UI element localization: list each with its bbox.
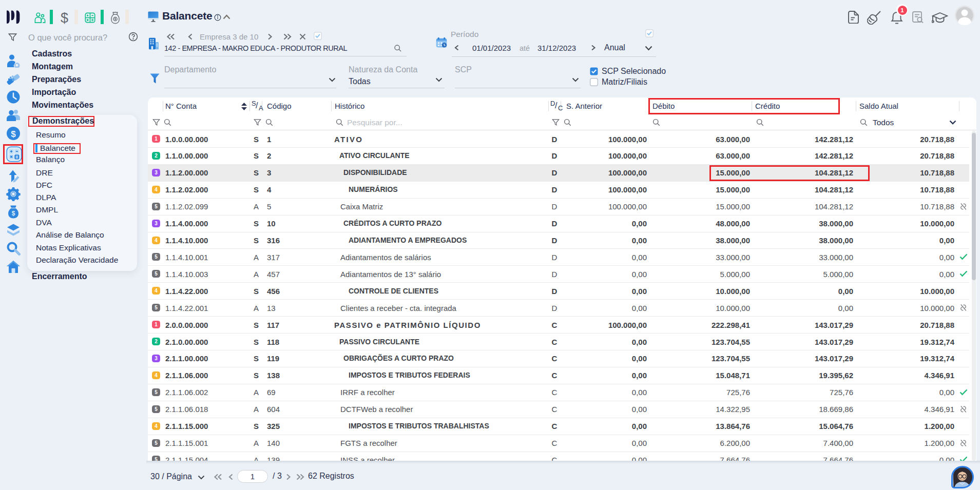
svg-text:$: $ <box>12 210 15 217</box>
svg-text:$: $ <box>11 129 16 139</box>
